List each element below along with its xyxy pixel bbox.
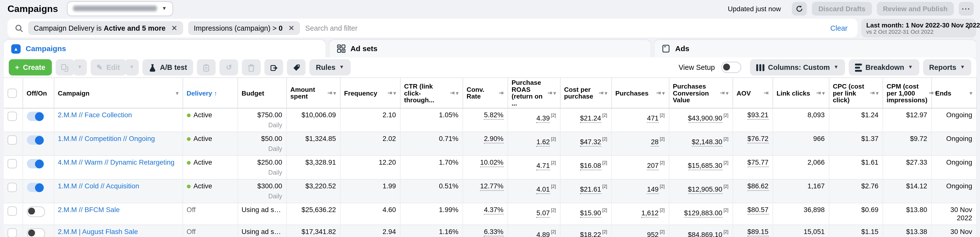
campaign-link[interactable]: 1.M.M // Cold // Acquisition <box>58 182 178 190</box>
col-budget[interactable]: Budget <box>237 77 286 108</box>
search-input[interactable]: Search and filter <box>305 24 826 32</box>
campaign-onoff-toggle[interactable] <box>27 183 43 192</box>
chevron-down-icon[interactable]: ▾ <box>554 90 556 96</box>
campaign-link[interactable]: 2.M.M | August Flash Sale <box>58 228 178 236</box>
select-all-checkbox[interactable] <box>8 88 17 98</box>
row-checkbox[interactable] <box>8 207 17 216</box>
col-conv-rate[interactable]: Conv. Rate⇥ <box>463 77 508 108</box>
frequency-cell: 2.94 <box>340 225 400 237</box>
close-icon[interactable]: ✕ <box>171 24 178 32</box>
chevron-down-icon: ▾ <box>176 90 178 96</box>
chevron-down-icon[interactable]: ▾ <box>456 90 458 96</box>
date-range-picker[interactable]: Last month: 1 Nov 2022-30 Nov 2022 vs 2 … <box>861 19 976 38</box>
tab-campaigns[interactable]: ▲ Campaigns <box>4 40 326 57</box>
filter-chip-impressions[interactable]: Impressions (campaign) > 0 ✕ <box>188 21 300 35</box>
view-setup-toggle[interactable] <box>721 62 741 73</box>
budget-cell: $50.00Daily <box>237 132 286 156</box>
campaign-onoff-toggle[interactable] <box>27 228 45 237</box>
clear-filters-link[interactable]: Clear <box>830 24 848 32</box>
chevron-down-icon[interactable]: ▾ <box>876 90 878 96</box>
delivery-cell: Active <box>183 179 237 203</box>
account-selector[interactable]: ▼ <box>67 1 173 16</box>
col-cpm[interactable]: CPM (cost per 1,000 impressions)⇥▾ <box>883 77 931 108</box>
col-delivery[interactable]: Delivery ↑ <box>183 77 237 108</box>
discard-drafts-button[interactable]: Discard Drafts <box>812 2 872 15</box>
export-button[interactable] <box>264 59 283 76</box>
col-frequency[interactable]: Frequency⇥▾ <box>340 77 400 108</box>
col-purchases[interactable]: Purchases⇥▾ <box>611 77 669 108</box>
pin-column-icon[interactable]: ⇥ <box>764 90 768 96</box>
chevron-down-icon[interactable]: ▾ <box>393 90 396 96</box>
col-amount-spent[interactable]: Amount spent⇥▾ <box>286 77 340 108</box>
row-checkbox[interactable] <box>8 112 17 121</box>
ends-cell: 30 Nov 2022 <box>931 225 976 237</box>
pin-column-icon[interactable]: ⇥ <box>816 90 821 96</box>
pin-column-icon[interactable]: ⇥ <box>328 90 332 96</box>
filter-chip-delivery[interactable]: Campaign Delivery is Active and 5 more ✕ <box>28 21 183 35</box>
chevron-down-icon[interactable]: ▾ <box>970 90 972 96</box>
pencil-icon: ✎ <box>97 63 102 72</box>
col-ctr[interactable]: CTR (link click-through...⇥▾ <box>400 77 463 108</box>
campaign-onoff-toggle[interactable] <box>27 207 45 217</box>
pin-column-icon[interactable]: ⇥ <box>656 90 661 96</box>
campaign-link[interactable]: 2.M.M // BFCM Sale <box>58 206 178 214</box>
pin-column-icon[interactable]: ⇥ <box>547 90 552 96</box>
campaign-onoff-toggle[interactable] <box>27 112 43 121</box>
duplicate-button[interactable] <box>55 59 74 76</box>
rules-button[interactable]: Rules▼ <box>310 59 350 76</box>
chevron-down-icon[interactable]: ▾ <box>334 90 336 96</box>
cost-per-purchase-cell: $47.32[2] <box>560 132 611 156</box>
row-checkbox[interactable] <box>8 183 17 192</box>
create-button[interactable]: +Create <box>9 59 51 76</box>
tag-button[interactable] <box>287 59 306 76</box>
col-cpc[interactable]: CPC (cost per link click)⇥▾ <box>829 77 883 108</box>
row-checkbox[interactable] <box>8 136 17 145</box>
delete-button[interactable] <box>242 59 261 76</box>
undo-button[interactable]: ↺ <box>220 59 238 76</box>
pin-column-icon[interactable]: ⇥ <box>929 90 934 96</box>
tab-ad-sets[interactable]: Ad sets <box>329 40 651 57</box>
paste-button[interactable] <box>197 59 216 76</box>
col-purchase-roas[interactable]: Purchase ROAS (return on ...⇥▾ <box>508 77 560 108</box>
select-all-header[interactable] <box>4 77 22 108</box>
col-cost-per-purchase[interactable]: Cost per purchase⇥▾ <box>560 77 611 108</box>
budget-cell: $250.00Daily <box>237 156 286 179</box>
review-publish-button[interactable]: Review and Publish <box>877 2 954 15</box>
campaign-link[interactable]: 4.M.M // Warm // Dynamic Retargeting <box>58 158 178 167</box>
close-icon[interactable]: ✕ <box>288 24 294 32</box>
chevron-down-icon[interactable]: ▾ <box>822 90 825 96</box>
pin-column-icon[interactable]: ⇥ <box>870 90 875 96</box>
row-checkbox[interactable] <box>8 228 17 237</box>
pin-column-icon[interactable]: ⇥ <box>388 90 392 96</box>
duplicate-caret-button[interactable]: ▼ <box>73 59 86 76</box>
ctr-cell: 0.51% <box>400 179 463 203</box>
pin-column-icon[interactable]: ⇥ <box>499 90 503 96</box>
more-options-button[interactable]: ··· <box>959 2 974 15</box>
col-purchases-conversion-value[interactable]: Purchases Conversion Value⇥▾ <box>669 77 732 108</box>
columns-button[interactable]: Columns: Custom▼ <box>750 59 845 76</box>
edit-caret-button[interactable]: ▼ <box>125 59 139 76</box>
col-link-clicks[interactable]: Link clicks⇥▾ <box>773 77 829 108</box>
reports-button[interactable]: Reports▼ <box>923 59 971 76</box>
chevron-down-icon[interactable]: ▾ <box>726 90 729 96</box>
campaign-link[interactable]: 1.M.M // Competition // Ongoing <box>58 135 178 143</box>
edit-button[interactable]: ✎Edit <box>90 59 126 76</box>
col-campaign[interactable]: Campaign▾ <box>54 77 183 108</box>
chevron-down-icon: ▼ <box>834 65 838 70</box>
pin-column-icon[interactable]: ⇥ <box>720 90 725 96</box>
refresh-button[interactable] <box>792 2 807 15</box>
campaign-link[interactable]: 2.M.M // Face Collection <box>58 111 178 119</box>
ab-test-button[interactable]: A/B test <box>143 59 194 76</box>
col-aov[interactable]: AOV⇥ <box>732 77 773 108</box>
tab-ads[interactable]: Ads <box>654 40 976 57</box>
col-ends[interactable]: Ends▾ <box>931 77 976 108</box>
chevron-down-icon[interactable]: ▾ <box>662 90 665 96</box>
row-checkbox[interactable] <box>8 159 17 169</box>
pin-column-icon[interactable]: ⇥ <box>599 90 603 96</box>
search-filter-bar[interactable]: Campaign Delivery is Active and 5 more ✕… <box>8 19 858 38</box>
breakdown-button[interactable]: Breakdown▼ <box>848 59 919 76</box>
campaign-onoff-toggle[interactable] <box>27 136 43 145</box>
chevron-down-icon[interactable]: ▾ <box>605 90 607 96</box>
pin-column-icon[interactable]: ⇥ <box>450 90 455 96</box>
campaign-onoff-toggle[interactable] <box>27 159 43 169</box>
